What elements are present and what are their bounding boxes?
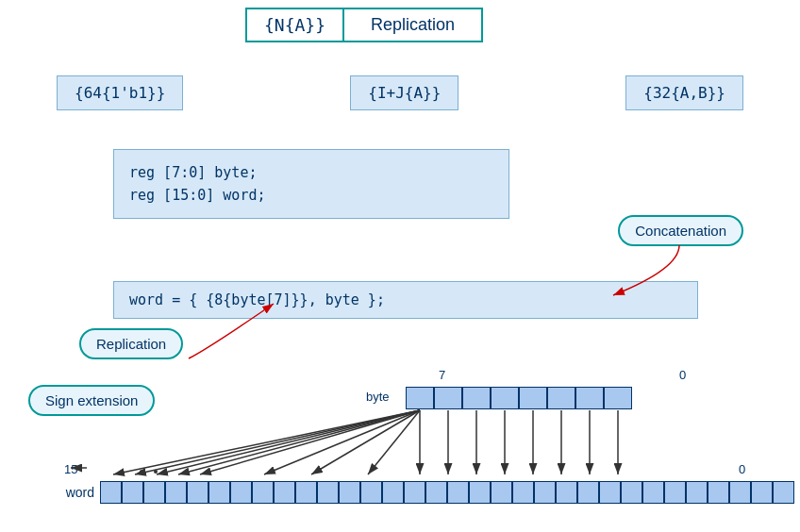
word-bit-19	[512, 481, 534, 504]
word-bit-24	[621, 481, 642, 504]
word-bit-28	[708, 481, 729, 504]
byte-bit-3	[519, 387, 547, 409]
replication-header-box: Replication	[344, 8, 483, 42]
code-line-2: reg [15:0] word;	[129, 184, 493, 207]
word-bit-6	[230, 481, 252, 504]
example-box-3: {32{A,B}}	[625, 75, 743, 110]
word-bit-29	[729, 481, 751, 504]
byte-bit-0	[604, 387, 632, 409]
svg-point-20	[154, 470, 158, 474]
word-bit-12	[360, 481, 382, 504]
word-bit-21	[556, 481, 577, 504]
word-bit-2	[143, 481, 165, 504]
word-bit-17	[469, 481, 491, 504]
svg-line-16	[311, 410, 420, 474]
word-bit-4	[187, 481, 208, 504]
bit-label-7: 7	[439, 368, 445, 382]
code-line-1: reg [7:0] byte;	[129, 161, 493, 184]
byte-bit-2	[547, 387, 575, 409]
na-box: {N{A}}	[245, 8, 344, 42]
word-bit-16	[447, 481, 469, 504]
word-bit-13	[382, 481, 404, 504]
word-bit-7	[252, 481, 274, 504]
page: {N{A}} Replication {64{1'b1}} {I+J{A}} {…	[0, 0, 800, 532]
replication-label: Replication	[79, 328, 183, 359]
byte-label: byte	[366, 390, 390, 404]
word-bit-25	[642, 481, 664, 504]
example-box-1: {64{1'b1}}	[57, 75, 183, 110]
word-bit-22	[577, 481, 599, 504]
byte-bits	[406, 387, 632, 409]
word-bit-11	[339, 481, 360, 504]
bit-label-0: 0	[679, 368, 686, 382]
svg-line-15	[264, 410, 420, 474]
svg-line-14	[200, 410, 420, 474]
word-bit-18	[491, 481, 512, 504]
svg-line-10	[113, 410, 420, 474]
word-bit-1	[122, 481, 143, 504]
word-bit-0	[100, 481, 122, 504]
assign-block: word = { {8{byte[7]}}, byte };	[113, 281, 698, 319]
byte-bit-6	[434, 387, 462, 409]
byte-bit-row	[406, 387, 632, 409]
word-bits	[100, 481, 794, 504]
svg-line-12	[157, 410, 420, 474]
word-bit-27	[686, 481, 708, 504]
byte-bit-1	[575, 387, 604, 409]
word-row-container: word	[57, 481, 794, 504]
word-bit-20	[534, 481, 556, 504]
svg-point-19	[140, 470, 143, 474]
word-bit-8	[274, 481, 295, 504]
concat-label: Concatenation	[618, 215, 743, 246]
word-bit-5	[208, 481, 230, 504]
word-bit-30	[751, 481, 773, 504]
word-bit-9	[295, 481, 317, 504]
word-bit-26	[664, 481, 686, 504]
example-boxes: {64{1'b1}} {I+J{A}} {32{A,B}}	[57, 75, 743, 110]
byte-bit-7	[406, 387, 434, 409]
word-bit-15	[425, 481, 447, 504]
code-block: reg [7:0] byte; reg [15:0] word;	[113, 149, 509, 219]
svg-line-17	[368, 410, 420, 474]
word-bit-10	[317, 481, 339, 504]
word-bit-23	[599, 481, 621, 504]
top-header: {N{A}} Replication	[245, 8, 483, 42]
byte-bit-5	[462, 387, 491, 409]
byte-bit-4	[491, 387, 519, 409]
svg-line-13	[178, 410, 420, 474]
word-label-15: 15	[64, 462, 77, 476]
example-box-2: {I+J{A}}	[350, 75, 458, 110]
word-label-0: 0	[739, 462, 745, 476]
word-bit-3	[165, 481, 187, 504]
word-label: word	[57, 485, 94, 500]
word-bit-14	[404, 481, 425, 504]
sign-ext-label: Sign extension	[28, 385, 155, 416]
word-bit-31	[773, 481, 794, 504]
svg-line-11	[135, 410, 420, 474]
